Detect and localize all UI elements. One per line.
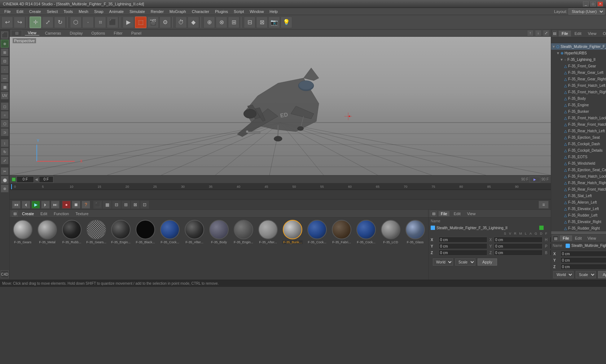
redo-button[interactable]: ↪ [14, 17, 25, 28]
render-button[interactable]: ▶ [123, 17, 134, 28]
y-pos-input[interactable] [439, 243, 487, 249]
snap-button[interactable]: ⊗ [216, 17, 227, 28]
menu-snap[interactable]: Snap [91, 9, 106, 14]
menu-mesh[interactable]: Mesh [76, 9, 91, 14]
om-row-f-35_aileron_left[interactable]: △ F-35_Aileron_Left [551, 199, 606, 205]
mat-btn-create[interactable]: Create [20, 211, 36, 216]
xref-button[interactable]: ⊠ [256, 17, 268, 28]
vp-tab-cameras[interactable]: Cameras [42, 31, 64, 35]
start-frame-input[interactable] [39, 176, 53, 183]
mat-item-fabric[interactable]: F-35_Fabri... [331, 220, 352, 244]
play-button[interactable]: ▶ [31, 201, 40, 209]
attr-tab-edit[interactable]: Edit [452, 211, 463, 216]
viewport-main[interactable]: Perspective [10, 37, 551, 175]
om-row-f-35_elevator_right[interactable]: △ F-35_Elevator_Right [551, 218, 606, 225]
menu-create[interactable]: Create [26, 9, 44, 14]
menu-character[interactable]: Character [189, 9, 212, 14]
lt-knife[interactable]: ✂ [1, 167, 9, 175]
z-pos-input[interactable] [439, 250, 487, 256]
vp-tab-options[interactable]: Options [88, 31, 108, 35]
record-button[interactable]: ● [62, 201, 71, 209]
move-tool-button[interactable]: ✛ [30, 17, 41, 28]
vp-icon-expand[interactable]: ⤢ [543, 30, 549, 36]
light-button[interactable]: 💡 [281, 17, 292, 28]
render-view-button[interactable]: 🎬 [147, 17, 159, 28]
menu-tools[interactable]: Tools [61, 9, 76, 14]
x-pos-input[interactable] [439, 237, 487, 243]
lt-extrude[interactable]: ⬤ [1, 176, 9, 184]
next-frame-button[interactable]: ⏵ [41, 201, 50, 209]
rc-scale-dropdown[interactable]: Scale [576, 271, 596, 278]
mat-item-black[interactable]: F-35_Black... [135, 220, 156, 244]
autokey-button[interactable]: ? [82, 201, 90, 209]
undo-button[interactable]: ↩ [1, 17, 13, 28]
edge-mode-button[interactable]: ⌗ [95, 17, 106, 28]
menu-select[interactable]: Select [44, 9, 61, 14]
lt-lasso[interactable]: ⊃ [1, 128, 9, 136]
mat-item-gears2[interactable]: F-35_Gears... [85, 220, 107, 244]
om-row-f-35_front_hatch_lock_left[interactable]: △ F-35_Front_Hatch_Lock_Left [551, 173, 606, 179]
f-curve[interactable]: ⊞ [122, 201, 130, 209]
mat-item-cockpit3[interactable]: F-35_Cock... [355, 220, 377, 244]
mat-item-metal[interactable]: F-35_Metal [36, 220, 58, 244]
world-dropdown[interactable]: World [433, 258, 453, 266]
viewport-toggle[interactable]: ▤ [11, 30, 22, 36]
lt-model[interactable]: ⊡ [1, 57, 9, 65]
om-row-hypernurbs[interactable]: ▼ ⊕ HyperNURBS ✓ [551, 50, 606, 56]
mat-item-cockpit[interactable]: F-35_Cock... [159, 220, 181, 244]
rc-apply-button[interactable]: Apply [598, 271, 606, 278]
mat-item-engine2[interactable]: F-35_Engin... [233, 220, 254, 244]
lt-select1[interactable]: ◻ [1, 102, 9, 110]
menu-file[interactable]: File [1, 9, 14, 14]
menu-script[interactable]: Script [231, 9, 247, 14]
vp-tab-filter[interactable]: Filter [111, 31, 125, 35]
lt-move2[interactable]: ↕ [1, 139, 9, 147]
layout-dropdown[interactable]: Startup (User) [568, 8, 605, 15]
lt-poly[interactable]: ▦ [1, 83, 9, 91]
snap2-button[interactable]: ⊞ [228, 17, 240, 28]
timeline-button[interactable]: ⏱ [175, 17, 187, 28]
x-size-input[interactable] [494, 237, 543, 243]
rc-y-pos[interactable] [561, 257, 606, 263]
menu-mograph[interactable]: MoGraph [167, 9, 189, 14]
vp-tab-panel[interactable]: Panel [128, 31, 144, 35]
attr-panel-tab-edit[interactable]: Edit [572, 235, 585, 241]
grid-button[interactable]: ⊟ [244, 17, 255, 28]
poly-mode-button[interactable]: ⬛ [107, 17, 118, 28]
scale-dropdown[interactable]: Scale [455, 258, 475, 266]
om-row-f-35_rudder_right[interactable]: △ F-35_Rudder_Right [551, 225, 606, 231]
mat-panel-toggle[interactable]: ▤ [12, 211, 18, 217]
vp-icon-down[interactable]: ↓ [535, 30, 541, 36]
om-tab-objects[interactable]: Objects [600, 31, 606, 36]
om-row-f-35_ejection_seat[interactable]: △ F-35_Ejection_Seat [551, 134, 606, 141]
om-row-f-35_rear_gear_left[interactable]: △ F-35_Rear_Gear_Left [551, 69, 606, 76]
lt-rotate[interactable]: ⊕ [1, 40, 9, 48]
point-mode-button[interactable]: · [82, 17, 94, 28]
layer[interactable]: ⊟ [112, 201, 121, 209]
vp-icon-up[interactable]: ↑ [527, 30, 533, 36]
object-mode-button[interactable]: ⬡ [70, 17, 82, 28]
menu-plugins[interactable]: Plugins [212, 9, 231, 14]
mat-item-lcd[interactable]: F-35_LCD [380, 220, 401, 244]
close-button[interactable]: ✕ [597, 1, 603, 6]
lt-select3[interactable]: ⬡ [1, 120, 9, 128]
rc-x-pos[interactable] [561, 251, 606, 257]
om-panel-toggle[interactable]: ▤ [553, 31, 557, 36]
om-row-f-35_rudder_left[interactable]: △ F-35_Rudder_Left [551, 212, 606, 218]
om-row-f-35_rear_front_hatch_right[interactable]: △ F-35_Rear_Front_Hatch_Right [551, 186, 606, 192]
tl-settings[interactable]: ≡ [539, 201, 549, 209]
menu-edit[interactable]: Edit [14, 9, 26, 14]
render-region-button[interactable]: ⬚ [135, 17, 146, 28]
current-frame-input[interactable] [17, 176, 34, 183]
mat-item-engine[interactable]: F-35_Engin... [110, 220, 132, 244]
y-size-input[interactable] [494, 243, 543, 249]
motion-clip[interactable]: ▦ [103, 201, 111, 209]
menu-window[interactable]: Window [247, 9, 267, 14]
lt-scale[interactable]: ⊞ [1, 48, 9, 56]
om-row-f-35_front_hatch_left[interactable]: △ F-35_Front_Hatch_Left [551, 82, 606, 89]
lt-uvw[interactable]: UV [1, 92, 9, 99]
attr-panel-toggle[interactable]: ▤ [431, 211, 436, 217]
rotate-tool-button[interactable]: ↻ [54, 17, 66, 28]
mat-item-rubber[interactable]: F-35_Rubb... [61, 220, 83, 244]
lt-move[interactable]: ⬛ [1, 31, 9, 39]
